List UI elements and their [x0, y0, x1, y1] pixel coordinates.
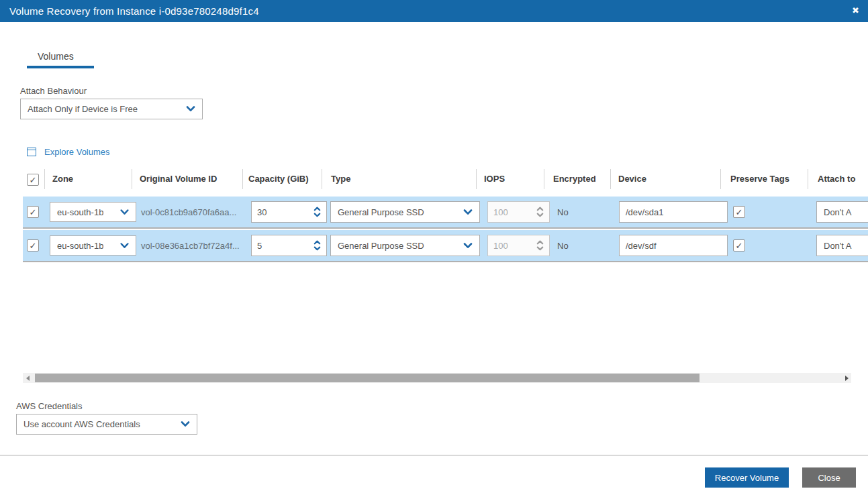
- attach-behaviour-value: Attach Only if Device is Free: [28, 104, 138, 114]
- close-button[interactable]: Close: [802, 467, 856, 488]
- recover-volume-button[interactable]: Recover Volume: [705, 467, 789, 488]
- iops-input-disabled: 100: [487, 201, 550, 223]
- attach-to-select[interactable]: Don't A: [816, 235, 868, 256]
- col-header-original-volume-id: Original Volume ID: [140, 174, 217, 184]
- dialog-titlebar: Volume Recovery from Instance i-0d93e780…: [0, 0, 868, 22]
- column-separator: [322, 169, 322, 189]
- spinner-icon[interactable]: [314, 207, 321, 217]
- window-icon: [27, 148, 36, 156]
- chevron-down-icon: [181, 421, 190, 427]
- column-separator: [720, 169, 721, 189]
- zone-select[interactable]: eu-south-1b: [50, 235, 136, 256]
- original-volume-id: vol-08e36a1cb7bf72a4f...: [141, 241, 240, 251]
- spinner-icon: [536, 207, 544, 217]
- explore-volumes-link[interactable]: Explore Volumes: [27, 147, 110, 157]
- device-input[interactable]: /dev/sda1: [619, 201, 728, 223]
- aws-credentials-select[interactable]: Use account AWS Credentials: [16, 414, 197, 435]
- encrypted-value: No: [557, 207, 569, 217]
- preserve-tags-checkbox[interactable]: ✓: [733, 206, 745, 218]
- column-separator: [544, 169, 544, 189]
- column-separator: [132, 169, 132, 189]
- attach-behaviour-label: Attach Behaviour: [20, 86, 87, 96]
- chevron-down-icon: [120, 243, 129, 249]
- col-header-device: Device: [618, 174, 646, 184]
- row-select-checkbox[interactable]: ✓: [27, 206, 39, 218]
- capacity-input[interactable]: 5: [251, 235, 327, 256]
- column-separator: [808, 169, 808, 189]
- col-header-preserve-tags: Preserve Tags: [730, 174, 789, 184]
- close-icon[interactable]: ✖: [852, 5, 859, 16]
- row-select-checkbox[interactable]: ✓: [27, 239, 39, 252]
- spinner-icon: [536, 240, 544, 251]
- scrollbar-thumb[interactable]: [35, 374, 700, 382]
- iops-input-disabled: 100: [487, 235, 550, 256]
- type-select[interactable]: General Purpose SSD: [330, 235, 480, 256]
- chevron-down-icon: [186, 106, 195, 112]
- tab-active-underline: [27, 66, 94, 68]
- type-select[interactable]: General Purpose SSD: [330, 201, 480, 223]
- tab-volumes[interactable]: Volumes: [38, 51, 74, 62]
- column-separator: [242, 169, 243, 189]
- column-separator: [44, 169, 45, 189]
- spinner-icon[interactable]: [314, 240, 321, 251]
- original-volume-id: vol-0c81cb9a670fa6aa...: [141, 207, 236, 217]
- volume-recovery-dialog: Volume Recovery from Instance i-0d93e780…: [0, 0, 868, 499]
- attach-behaviour-select[interactable]: Attach Only if Device is Free: [20, 99, 203, 119]
- column-separator: [610, 169, 611, 189]
- aws-credentials-label: AWS Credentials: [16, 401, 83, 411]
- volume-row: ✓ eu-south-1b vol-08e36a1cb7bf72a4f... 5…: [23, 230, 868, 262]
- chevron-down-icon: [463, 243, 473, 249]
- col-header-attach-to: Attach to: [818, 174, 855, 184]
- col-header-zone: Zone: [52, 174, 73, 184]
- aws-credentials-value: Use account AWS Credentials: [23, 419, 140, 429]
- attach-to-select[interactable]: Don't A: [816, 201, 868, 223]
- encrypted-value: No: [557, 241, 569, 251]
- volume-row: ✓ eu-south-1b vol-0c81cb9a670fa6aa... 30…: [23, 197, 868, 229]
- device-input[interactable]: /dev/sdf: [619, 235, 728, 256]
- explore-volumes-label: Explore Volumes: [44, 147, 110, 157]
- col-header-encrypted: Encrypted: [553, 174, 596, 184]
- capacity-input[interactable]: 30: [251, 201, 327, 223]
- scroll-right-icon[interactable]: [842, 373, 851, 383]
- footer-divider: [0, 455, 868, 456]
- col-header-type: Type: [331, 174, 350, 184]
- chevron-down-icon: [120, 209, 129, 215]
- column-separator: [476, 169, 477, 189]
- col-header-iops: IOPS: [484, 174, 505, 184]
- horizontal-scrollbar[interactable]: [23, 373, 851, 383]
- chevron-down-icon: [463, 209, 473, 215]
- preserve-tags-checkbox[interactable]: ✓: [733, 239, 745, 252]
- dialog-title: Volume Recovery from Instance i-0d93e780…: [0, 5, 259, 17]
- zone-select[interactable]: eu-south-1b: [50, 202, 136, 222]
- col-header-capacity: Capacity (GiB): [248, 174, 309, 184]
- scroll-left-icon[interactable]: [23, 373, 32, 383]
- select-all-checkbox[interactable]: ✓: [27, 174, 39, 186]
